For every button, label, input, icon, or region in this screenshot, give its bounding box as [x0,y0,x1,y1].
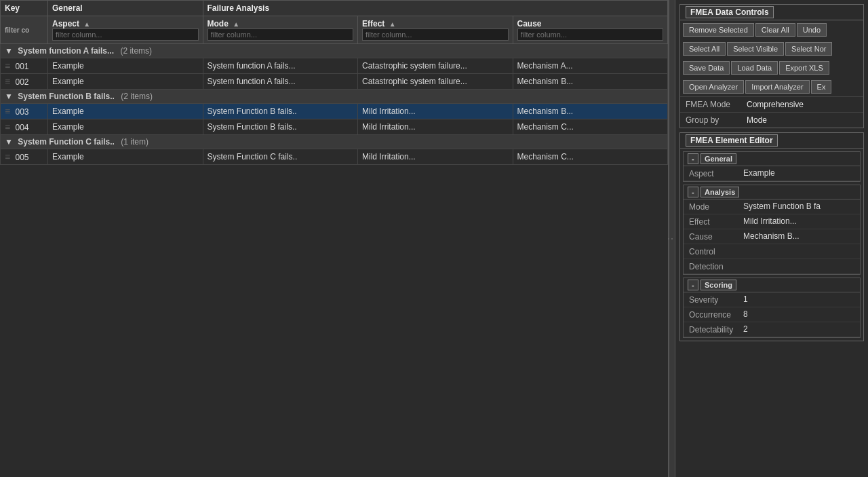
row-key: 004 [16,123,29,132]
control-field-row: Control [684,244,860,259]
select-all-button[interactable]: Select All [683,42,726,56]
effect-cell: Catastrophic system failure... [358,74,513,90]
table-wrapper[interactable]: Key General Failure Analysis filter co A… [0,0,669,477]
general-collapse-icon: - [688,153,698,164]
table-row[interactable]: ≡ 004 Example System Function B fails.. … [1,119,668,135]
drag-icon: ≡ [5,121,13,132]
detectability-field-label: Detectability [689,324,743,335]
group-row[interactable]: ▼ System function A fails... (2 items) [1,44,668,58]
fmea-element-editor: FMEA Element Editor - General Aspect Exa… [679,132,864,341]
controls-row-2: Select All Select Visible Select Nor [680,39,863,58]
fmea-mode-label: FMEA Mode [686,100,747,109]
mode-filter-input[interactable] [208,28,354,41]
col-header-key[interactable]: filter co [1,16,48,44]
group-count: (2 items) [121,92,153,101]
cause-field-value: Mechanism B... [743,231,854,241]
controls-row-1: Remove Selected Clear All Undo [680,20,863,39]
col-header-mode[interactable]: Mode ▲ [203,16,358,44]
scoring-subsection-title[interactable]: - Scoring [684,278,860,292]
group-count: (1 item) [121,137,149,147]
right-panel: FMEA Data Controls Remove Selected Clear… [675,0,868,477]
aspect-cell: Example [48,104,203,119]
mode-cell: System function A fails... [203,74,358,90]
aspect-sort-icon: ▲ [83,20,90,28]
mode-field-label: Mode [689,202,743,212]
general-subsection: - General Aspect Example [683,151,861,182]
drag-icon: ≡ [5,151,13,162]
cause-field-label: Cause [689,231,743,242]
group-toggle-icon[interactable]: ▼ [5,46,13,56]
group-count: (2 items) [120,46,152,56]
row-key: 001 [16,62,29,71]
clear-all-button[interactable]: Clear All [755,23,795,37]
fmea-mode-row: FMEA Mode Comprehensive [680,96,863,112]
effect-filter-input[interactable] [362,28,509,41]
severity-field-row: Severity 1 [684,292,860,307]
undo-button[interactable]: Undo [797,23,827,37]
general-subsection-title[interactable]: - General [684,152,860,166]
table-row[interactable]: ≡ 005 Example System Function C fails.. … [1,149,668,165]
drag-icon: ≡ [5,106,13,117]
ex-button[interactable]: Ex [811,80,832,94]
resize-handle[interactable]: ⋮ [669,0,675,477]
group-toggle-icon[interactable]: ▼ [5,137,13,147]
col-header-effect[interactable]: Effect ▲ [358,16,513,44]
key-cell: ≡ 004 [1,119,48,135]
fmea-data-controls: FMEA Data Controls Remove Selected Clear… [679,4,864,128]
severity-field-value: 1 [743,294,854,304]
drag-icon: ≡ [5,76,13,87]
drag-icon: ≡ [5,60,13,71]
fmea-mode-value: Comprehensive [747,100,804,109]
mode-field-value: System Function B fa [743,202,854,211]
mode-cell: System Function B fails.. [203,104,358,119]
effect-cell: Mild Irritation... [358,104,513,119]
effect-cell: Mild Irritation... [358,119,513,135]
group-by-value: Mode [747,115,767,125]
detectability-field-value: 2 [743,324,854,334]
group-row[interactable]: ▼ System Function B fails.. (2 items) [1,90,668,104]
detectability-field-row: Detectability 2 [684,322,860,337]
analysis-subsection: - Analysis Mode System Function B fa Eff… [683,185,861,275]
import-analyzer-button[interactable]: Import Analyzer [745,80,809,94]
cause-filter-input[interactable] [517,28,664,41]
key-cell: ≡ 003 [1,104,48,119]
export-xls-button[interactable]: Export XLS [779,61,829,75]
cause-cell: Mechanism B... [513,104,668,119]
select-visible-button[interactable]: Select Visible [727,42,784,56]
effect-field-value: Mild Irritation... [743,216,854,226]
mode-cell: System Function B fails.. [203,119,358,135]
aspect-field-label: Aspect [689,168,743,178]
cause-cell: Mechanism B... [513,74,668,90]
effect-field-row: Effect Mild Irritation... [684,214,860,229]
row-key: 003 [16,107,29,117]
analysis-collapse-icon: - [688,187,698,197]
aspect-cell: Example [48,119,203,135]
occurrence-field-label: Occurrence [689,309,743,320]
cause-cell: Mechanism A... [513,58,668,74]
aspect-cell: Example [48,74,203,90]
select-nor-button[interactable]: Select Nor [785,42,832,56]
col-header-cause[interactable]: Cause [513,16,668,44]
main-panel: Key General Failure Analysis filter co A… [0,0,669,477]
key-cell: ≡ 002 [1,74,48,90]
cause-field-row: Cause Mechanism B... [684,229,860,244]
key-cell: ≡ 001 [1,58,48,74]
save-data-button[interactable]: Save Data [683,61,730,75]
col-header-aspect[interactable]: Aspect ▲ [48,16,203,44]
group-toggle-icon[interactable]: ▼ [5,92,13,101]
table-row[interactable]: ≡ 001 Example System function A fails...… [1,58,668,74]
row-key: 002 [16,77,29,87]
control-field-label: Control [689,246,743,256]
group-row[interactable]: ▼ System Function C fails.. (1 item) [1,135,668,149]
controls-row-4: Open Analyzer Import Analyzer Ex [680,77,863,96]
aspect-filter-input[interactable] [52,28,199,41]
table-row[interactable]: ≡ 002 Example System function A fails...… [1,74,668,90]
load-data-button[interactable]: Load Data [731,61,778,75]
editor-title: FMEA Element Editor [680,133,863,149]
open-analyzer-button[interactable]: Open Analyzer [683,80,744,94]
aspect-field-row: Aspect Example [684,166,860,181]
analysis-subsection-title[interactable]: - Analysis [684,185,860,199]
scoring-collapse-icon: - [688,280,698,290]
table-row[interactable]: ≡ 003 Example System Function B fails.. … [1,104,668,119]
remove-selected-button[interactable]: Remove Selected [683,23,754,37]
